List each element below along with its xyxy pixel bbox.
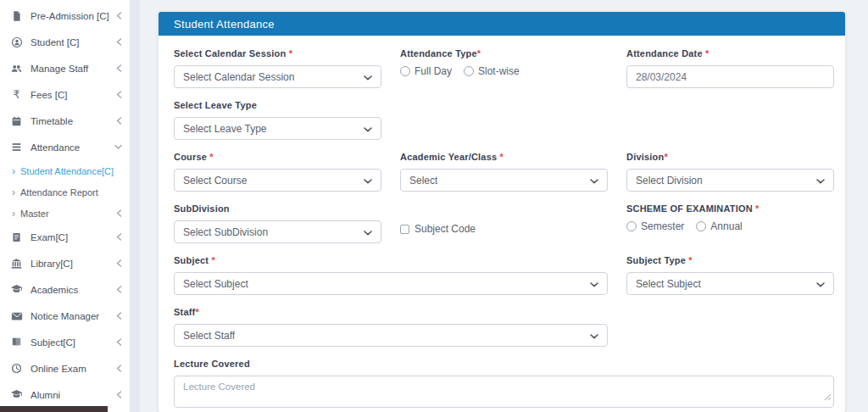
calendar-icon <box>9 115 24 127</box>
sidebar-item-label: Alumni <box>31 390 116 400</box>
sub-arrow-icon: › <box>12 187 15 198</box>
chevron-left-icon <box>116 209 122 217</box>
sidebar-item-label: Attendance <box>31 142 114 153</box>
sidebar-item-label: Pre-Admission [C] <box>31 11 116 21</box>
sidebar-item-label: Exam[C] <box>31 232 116 242</box>
sidebar-item-subject[interactable]: Subject[C] <box>0 329 130 355</box>
sidebar-item-student[interactable]: Student [C] <box>0 29 130 55</box>
list-icon <box>9 142 24 153</box>
sidebar-subitem-attendance-report[interactable]: › Attendance Report <box>0 181 130 203</box>
sidebar-subitem-master[interactable]: › Master <box>0 203 130 224</box>
sidebar-item-label: Online Exam <box>31 364 116 374</box>
sidebar-item-exam[interactable]: Exam[C] <box>0 224 130 250</box>
field-label: SubDivision <box>174 203 381 214</box>
chevron-left-icon <box>116 259 122 267</box>
academic-year-select[interactable]: Select <box>400 169 608 192</box>
file-icon <box>9 10 24 22</box>
field-label: Academic Year/Class * <box>400 152 608 162</box>
field-label: Select Calendar Session * <box>174 48 381 58</box>
field-calendar-session: Select Calendar Session * Select Calenda… <box>174 48 381 88</box>
sub-arrow-icon: › <box>12 165 15 177</box>
resize-handle-icon[interactable] <box>824 389 832 404</box>
sidebar-subitem-label: Attendance Report <box>20 187 122 198</box>
required-asterisk: * <box>664 152 667 162</box>
subject-select[interactable]: Select Subject <box>174 272 608 295</box>
chevron-left-icon <box>116 391 122 398</box>
field-label: SCHEME OF EXAMINATION * <box>626 203 834 214</box>
chevron-down-icon <box>816 175 825 187</box>
sidebar-item-online-exam[interactable]: Online Exam <box>0 355 130 381</box>
calendar-session-select[interactable]: Select Calendar Session <box>174 65 381 88</box>
field-subject-code: Subject Code <box>400 203 608 243</box>
required-asterisk: * <box>195 307 198 317</box>
attendance-form: Select Calendar Session * Select Calenda… <box>159 36 845 412</box>
field-label: Attendance Date * <box>626 48 834 58</box>
book-icon <box>9 337 24 348</box>
radio-icon <box>464 66 474 76</box>
sidebar-subitem-student-attendance[interactable]: › Student Attendance[C] <box>0 160 130 181</box>
chevron-down-icon <box>816 278 825 290</box>
chevron-left-icon <box>116 117 122 125</box>
attendance-date-input[interactable] <box>626 65 834 88</box>
field-label: Subject * <box>174 255 608 265</box>
subject-type-select[interactable]: Select Subject <box>626 272 834 295</box>
annual-radio[interactable]: Annual <box>696 220 742 232</box>
sidebar-subitem-label: Student Attendance[C] <box>20 166 122 176</box>
radio-icon <box>626 221 637 231</box>
graduation-cap-icon <box>9 284 24 295</box>
required-asterisk: * <box>477 48 481 58</box>
leave-type-select[interactable]: Select Leave Type <box>174 117 381 140</box>
sidebar-item-label: Manage Staff <box>31 64 116 74</box>
spacer <box>626 100 834 152</box>
sidebar-item-pre-admission[interactable]: Pre-Admission [C] <box>0 3 130 29</box>
field-label: Division* <box>626 152 834 162</box>
chevron-left-icon <box>116 91 122 98</box>
chevron-down-icon <box>364 226 372 238</box>
field-label: Attendance Type* <box>400 48 608 58</box>
sidebar-item-academics[interactable]: Academics <box>0 276 130 303</box>
student-icon <box>9 36 24 48</box>
staff-icon <box>9 63 24 75</box>
panel-header: Student Attendance <box>159 12 845 36</box>
field-subject: Subject * Select Subject <box>174 255 608 295</box>
chevron-left-icon <box>116 365 122 372</box>
rupee-icon: ₹ <box>9 88 24 101</box>
field-academic-year: Academic Year/Class * Select <box>400 152 608 192</box>
sidebar-scrollbar[interactable] <box>130 0 140 412</box>
sidebar-item-attendance[interactable]: Attendance <box>0 134 130 160</box>
field-leave-type: Select Leave Type Select Leave Type <box>174 100 381 140</box>
sidebar-item-manage-staff[interactable]: Manage Staff <box>0 55 130 81</box>
field-label: Staff* <box>174 307 608 317</box>
chevron-down-icon <box>364 71 372 83</box>
lecture-covered-textarea[interactable] <box>174 376 834 408</box>
chevron-left-icon <box>116 12 122 19</box>
chevron-down-icon <box>590 278 598 290</box>
bottom-dark-bar <box>0 406 108 412</box>
sidebar-item-notice-manager[interactable]: Notice Manager <box>0 303 130 329</box>
staff-select[interactable]: Select Staff <box>174 324 608 347</box>
chevron-down-icon <box>590 175 598 187</box>
sidebar-subitem-label: Master <box>20 209 116 219</box>
graduation-cap-icon <box>9 389 24 400</box>
required-asterisk: * <box>705 48 709 58</box>
slot-wise-radio[interactable]: Slot-wise <box>464 65 520 77</box>
full-day-radio[interactable]: Full Day <box>400 65 452 77</box>
sidebar-item-library[interactable]: Library[C] <box>0 250 130 276</box>
semester-radio[interactable]: Semester <box>626 220 684 232</box>
field-course: Course * Select Course <box>174 152 381 192</box>
student-attendance-panel: Student Attendance Select Calendar Sessi… <box>159 12 845 412</box>
subdivision-select[interactable]: Select SubDivision <box>174 220 381 243</box>
course-select[interactable]: Select Course <box>174 169 381 192</box>
division-select[interactable]: Select Division <box>626 169 834 192</box>
subject-code-checkbox[interactable]: Subject Code <box>400 223 608 235</box>
sidebar-item-alumni[interactable]: Alumni <box>0 381 130 408</box>
envelope-icon <box>9 311 24 321</box>
sidebar-item-label: Student [C] <box>31 37 116 47</box>
field-subdivision: SubDivision Select SubDivision <box>174 203 381 243</box>
sidebar-item-label: Fees [C] <box>31 90 116 100</box>
sidebar-item-fees[interactable]: ₹ Fees [C] <box>0 81 130 108</box>
sidebar-item-timetable[interactable]: Timetable <box>0 108 130 134</box>
required-asterisk: * <box>500 152 504 162</box>
checkbox-icon <box>400 225 409 234</box>
required-asterisk: * <box>289 48 292 58</box>
